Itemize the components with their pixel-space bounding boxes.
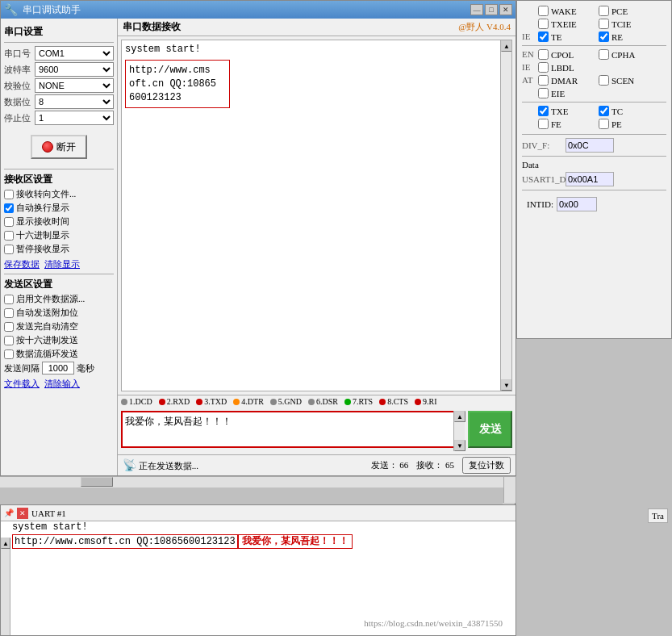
window-content: 串口设置 串口号 COM1 波特率 9600 校验位 NONE [1, 19, 515, 475]
divf-input[interactable] [566, 138, 614, 153]
parity-select[interactable]: NONE [35, 78, 114, 93]
status-label: 正在发送数据... [139, 461, 198, 471]
settings-div-3 [522, 134, 666, 135]
dmar-cb: DMAR [538, 75, 599, 86]
tc-checkbox[interactable] [599, 106, 609, 116]
send-row: 我爱你，某风吾起！！！ ▲ ▼ 发送 [121, 411, 512, 451]
indicator-dsr: 6.DSR [308, 397, 338, 406]
databits-select[interactable]: 8 [35, 94, 114, 109]
usart-input[interactable] [566, 172, 614, 186]
settings-div-1 [522, 45, 666, 46]
cpol-checkbox[interactable] [538, 49, 549, 60]
brand-text: @野人 V4.0.4 [458, 21, 511, 33]
settings-row-7: EIE [522, 88, 666, 98]
indicator-gnd: 5.GND [270, 397, 302, 406]
interval-unit: 毫秒 [77, 362, 94, 374]
minimize-button[interactable]: — [470, 4, 483, 15]
clear-display-link[interactable]: 清除显示 [44, 258, 80, 270]
divider-3 [4, 274, 114, 274]
scen-checkbox[interactable] [599, 75, 609, 86]
pce-checkbox[interactable] [599, 6, 609, 16]
recv-scrollbar[interactable]: ▲ ▼ [500, 40, 511, 391]
divider-2 [4, 169, 114, 169]
txe-checkbox[interactable] [538, 106, 549, 116]
te-checkbox[interactable] [538, 31, 549, 42]
interval-input[interactable] [42, 362, 74, 374]
clear-input-link[interactable]: 清除输入 [44, 378, 80, 390]
settings-div-4 [522, 156, 666, 157]
indicator-txd: 3.TXD [196, 397, 227, 406]
maximize-button[interactable]: □ [485, 4, 498, 15]
save-clear-row: 保存数据 清除显示 [4, 258, 114, 270]
recv-header: 串口数据接收 @野人 V4.0.4 [118, 19, 515, 36]
txeie-checkbox[interactable] [538, 19, 549, 29]
disconnect-button[interactable]: 断开 [31, 135, 87, 159]
pe-cb: PE [599, 119, 622, 129]
close-button[interactable]: ✕ [499, 4, 512, 15]
side-label-2 [522, 19, 538, 29]
send-scrollbar[interactable]: ▲ ▼ [453, 411, 465, 451]
save-data-link[interactable]: 保存数据 [4, 258, 40, 270]
load-file-link[interactable]: 文件载入 [4, 378, 40, 390]
show-time-label: 显示接收时间 [16, 215, 69, 228]
hex-display-checkbox[interactable] [4, 231, 14, 241]
eie-checkbox[interactable] [538, 88, 549, 98]
send-textarea-wrapper: 我爱你，某风吾起！！！ ▲ ▼ [121, 411, 465, 451]
settings-row-txe: TXE TC [522, 106, 666, 116]
pe-checkbox[interactable] [599, 119, 609, 129]
auto-newline-row: 自动换行显示 [4, 202, 114, 214]
stopbits-select[interactable]: 1 [35, 111, 114, 125]
send-scroll-up[interactable]: ▲ [454, 411, 465, 422]
use-file-checkbox[interactable] [4, 295, 14, 304]
wake-checkbox[interactable] [538, 6, 549, 16]
auto-clear-checkbox[interactable] [4, 322, 14, 332]
stopbits-label: 停止位 [4, 112, 35, 124]
bottom-close-button[interactable]: ✕ [17, 508, 28, 519]
interval-row: 发送间隔 毫秒 [4, 362, 114, 374]
bottom-url-text: http://www.cmsoft.cn QQ:10865600123123 [12, 534, 238, 549]
dtr-dot [233, 399, 240, 405]
send-textarea[interactable]: 我爱你，某风吾起！！！ [121, 411, 465, 448]
pause-recv-checkbox[interactable] [4, 245, 14, 254]
title-bar: 🔧 串口调试助手 — □ ✕ [1, 1, 515, 19]
hex-send-checkbox[interactable] [4, 336, 14, 345]
right-panel: 串口数据接收 @野人 V4.0.4 system start! http://w… [118, 19, 515, 475]
parity-row: 校验位 NONE [4, 78, 114, 93]
h-scrollbar[interactable] [0, 476, 516, 487]
counters: 发送： 66 接收： 65 复位计数 [371, 457, 511, 474]
bottom-scroll-up[interactable]: ▲ [1, 538, 10, 549]
tcie-cb: TCIE [599, 19, 631, 29]
show-time-checkbox[interactable] [4, 217, 14, 227]
com-select[interactable]: COM1 [35, 46, 114, 61]
indicator-dtr: 4.DTR [233, 397, 264, 406]
dmar-checkbox[interactable] [538, 75, 549, 86]
hex-send-row: 按十六进制发送 [4, 334, 114, 346]
data-section-label: Data [522, 160, 666, 169]
scroll-up-arrow[interactable]: ▲ [501, 40, 512, 52]
window-controls: — □ ✕ [470, 4, 512, 15]
recv-to-file-row: 接收转向文件... [4, 188, 114, 200]
bottom-scrollbar[interactable]: ▲ [1, 538, 10, 635]
send-button[interactable]: 发送 [468, 411, 512, 448]
interval-label: 发送间隔 [4, 362, 40, 374]
loop-send-checkbox[interactable] [4, 349, 14, 359]
settings-panel: WAKE PCE TXEIE TCIE IE TE [516, 0, 672, 339]
re-checkbox[interactable] [599, 31, 609, 42]
tcie-checkbox[interactable] [599, 19, 609, 29]
indicator-ri: 9.RI [415, 397, 437, 406]
reset-count-button[interactable]: 复位计数 [462, 457, 511, 474]
fe-checkbox[interactable] [538, 119, 549, 129]
h-scroll-thumb[interactable] [81, 477, 113, 487]
cpha-checkbox[interactable] [599, 49, 609, 60]
auto-add-cr-checkbox[interactable] [4, 308, 14, 318]
intid-input[interactable] [557, 197, 597, 211]
settings-row-fe: FE PE [522, 119, 666, 129]
lbdl-checkbox[interactable] [538, 62, 549, 73]
recv-to-file-checkbox[interactable] [4, 190, 14, 199]
scroll-down-arrow[interactable]: ▼ [501, 379, 512, 391]
auto-newline-checkbox[interactable] [4, 203, 14, 213]
send-scroll-down[interactable]: ▼ [454, 440, 465, 451]
recv-area[interactable]: system start! http://www.cms oft.cn QQ:1… [121, 40, 512, 391]
baud-select[interactable]: 9600 [35, 62, 114, 77]
re-cb: RE [599, 31, 623, 42]
